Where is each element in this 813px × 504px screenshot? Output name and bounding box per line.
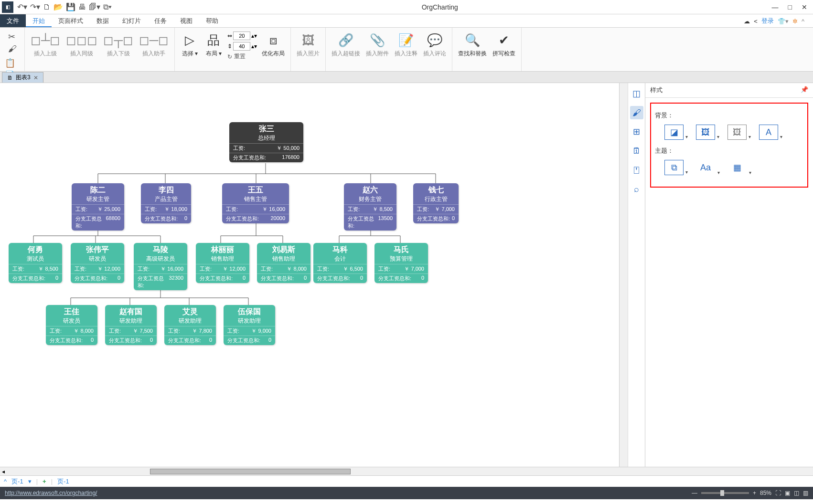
close-tab-icon[interactable]: ✕ [33, 74, 38, 81]
person-card-icon[interactable]: ◫ [630, 87, 643, 100]
document-tab[interactable]: 🗎 图表3 ✕ [2, 72, 43, 83]
minimize-button[interactable]: — [772, 3, 779, 11]
hspacing-input[interactable] [233, 32, 250, 40]
shirt-icon[interactable]: 👕▾ [778, 18, 789, 25]
share-icon[interactable]: < [754, 18, 758, 25]
insert-photo-button[interactable]: 🖼插入照片 [294, 30, 322, 59]
vspacing-input[interactable] [233, 42, 250, 51]
page-navigation-bar: ^ 页-1 ▾ | + | 页-1 [0, 475, 813, 487]
insert-sibling-button[interactable]: ◻◻◻插入同级 [63, 30, 100, 59]
multi-page-icon[interactable]: ▥ [803, 490, 808, 496]
cut-icon[interactable]: ✂ [8, 32, 17, 42]
theme-font-icon[interactable]: Aa [696, 160, 715, 175]
page-left-label[interactable]: 页-1 [11, 477, 23, 486]
tree-icon[interactable]: ⍞ [630, 163, 643, 177]
org-node[interactable]: 马科会计 工资:￥ 6,500 分支工资总和:0 [313, 243, 367, 283]
insert-assistant-button[interactable]: ◻─◻插入助手 [136, 30, 171, 59]
reset-button[interactable]: ↻ 重置 [227, 52, 257, 61]
open-icon[interactable]: 📂 [53, 2, 63, 11]
org-node[interactable]: 李四产品主管 工资:￥ 18,000 分支工资总和:0 [141, 183, 191, 223]
spell-check-button[interactable]: ✔拼写检查 [490, 30, 518, 59]
hspacing-icon: ⇔ [227, 32, 232, 39]
app-color-icon[interactable]: ✲ [792, 18, 798, 25]
find-replace-button[interactable]: 🔍查找和替换 [455, 30, 490, 59]
theme-color-icon[interactable]: ▦ [727, 160, 747, 175]
layout-button[interactable]: 品布局 ▾ [202, 30, 225, 63]
page-expand-icon[interactable]: ^ [4, 478, 7, 485]
zoom-slider[interactable] [701, 492, 749, 494]
save-icon[interactable]: 💾 [66, 2, 75, 11]
export-icon[interactable]: 🗐▾ [89, 2, 100, 11]
insert-child-button[interactable]: ◻┬◻插入下级 [100, 30, 136, 59]
org-node[interactable]: 艾灵研发助理 工资:￥ 7,800 分支工资总和:0 [164, 305, 216, 345]
spin-up-icon[interactable]: ▴▾ [251, 32, 257, 39]
bg-image-remove-icon[interactable]: 🖼 [727, 125, 747, 140]
theme-layout-icon[interactable]: ⧉ [664, 160, 684, 175]
pin-icon[interactable]: 📌 [801, 86, 808, 94]
org-node[interactable]: 张伟平研发员 工资:￥ 12,000 分支工资总和:0 [71, 243, 124, 283]
org-node[interactable]: 伍保国研发助理 工资:￥ 9,000 分支工资总和:0 [224, 305, 275, 345]
fit-page-icon[interactable]: ⛶ [775, 490, 781, 496]
window-controls: — □ ✕ [766, 3, 813, 11]
login-link[interactable]: 登录 [761, 17, 774, 25]
tab-page-style[interactable]: 页面样式 [52, 14, 90, 27]
add-page-icon[interactable]: + [43, 478, 46, 485]
bg-fill-icon[interactable]: ◪ [664, 125, 684, 140]
fields-icon[interactable]: ⊞ [630, 125, 643, 138]
spin-up-icon[interactable]: ▴▾ [251, 43, 257, 50]
insert-parent-button[interactable]: ◻┴◻插入上级 [28, 30, 63, 59]
tab-view[interactable]: 视图 [173, 14, 199, 27]
page-dropdown-icon[interactable]: ▾ [28, 478, 32, 485]
org-node[interactable]: 赵有国研发助理 工资:￥ 7,500 分支工资总和:0 [105, 305, 157, 345]
clipboard-icon[interactable]: 📋 [5, 58, 20, 68]
org-node[interactable]: 王五销售主管 工资:￥ 16,000 分支工资总和:20000 [222, 183, 289, 223]
zoom-out-button[interactable]: — [692, 490, 697, 496]
collapse-ribbon-icon[interactable]: ^ [802, 18, 804, 25]
tab-data[interactable]: 数据 [90, 14, 116, 27]
bg-watermark-icon[interactable]: A [759, 125, 778, 140]
org-node[interactable]: 马陵高级研发员 工资:￥ 16,000 分支工资总和:32300 [134, 243, 187, 290]
calendar-icon[interactable]: 🗓 [630, 144, 643, 158]
close-button[interactable]: ✕ [802, 3, 807, 11]
print-icon[interactable]: 🖶 [78, 3, 86, 11]
copy-icon[interactable]: 🖌 [8, 44, 17, 54]
tab-start[interactable]: 开始 [26, 14, 52, 27]
maximize-button[interactable]: □ [788, 3, 792, 11]
select-button[interactable]: ▷选择 ▾ [178, 30, 202, 63]
new-icon[interactable]: 🗋 [43, 3, 51, 11]
org-node[interactable]: 王佳研发员 工资:￥ 8,000 分支工资总和:0 [46, 305, 97, 345]
org-node[interactable]: 赵六财务主管 工资:￥ 8,500 分支工资总和:13500 [344, 183, 396, 231]
org-node[interactable]: 何勇测试员 工资:￥ 8,500 分支工资总和:0 [9, 243, 62, 283]
org-node[interactable]: 林丽丽销售助理 工资:￥ 12,000 分支工资总和:0 [196, 243, 249, 283]
bg-image-add-icon[interactable]: 🖼 [696, 125, 715, 140]
doc-icon: 🗎 [7, 74, 13, 81]
org-node[interactable]: 陈二研发主管 工资:￥ 25,000 分支工资总和:68800 [72, 183, 124, 231]
status-url[interactable]: http://www.edrawsoft.cn/orgcharting/ [5, 490, 97, 496]
redo-icon[interactable]: ↷▾ [30, 2, 40, 11]
insert-link-button[interactable]: 🔗插入超链接 [329, 30, 363, 59]
org-node[interactable]: 张三总经理 工资:￥ 50,000 分支工资总和:176800 [229, 122, 303, 162]
canvas[interactable]: 张三总经理 工资:￥ 50,000 分支工资总和:176800陈二研发主管 工资… [0, 83, 619, 467]
undo-icon[interactable]: ↶▾ [17, 2, 27, 11]
tab-file[interactable]: 文件 [0, 14, 26, 27]
org-node[interactable]: 钱七行政主管 工资:￥ 7,000 分支工资总和:0 [413, 183, 459, 223]
tab-slides[interactable]: 幻灯片 [116, 14, 148, 27]
vertical-scrollbar[interactable] [619, 83, 628, 467]
insert-comment-button[interactable]: 💬插入评论 [420, 30, 449, 59]
cloud-icon[interactable]: ☁ [744, 18, 750, 25]
optimize-layout-button[interactable]: ⧈优化布局 [259, 30, 288, 63]
page-right-label[interactable]: 页-1 [57, 477, 69, 486]
tab-task[interactable]: 任务 [148, 14, 173, 27]
org-node[interactable]: 马氏预算管理 工资:￥ 7,000 分支工资总和:0 [374, 243, 428, 283]
options-icon[interactable]: ⧉▾ [103, 3, 112, 11]
insert-note-button[interactable]: 📝插入注释 [392, 30, 420, 59]
tab-help[interactable]: 帮助 [199, 14, 225, 27]
style-brush-icon[interactable]: 🖌 [630, 106, 643, 119]
org-node[interactable]: 刘易斯销售助理 工资:￥ 8,000 分支工资总和:0 [257, 243, 310, 283]
fit-width-icon[interactable]: ▣ [785, 490, 790, 496]
zoom-in-button[interactable]: + [753, 490, 756, 496]
insert-attach-button[interactable]: 📎插入附件 [363, 30, 392, 59]
search-panel-icon[interactable]: ⌕ [630, 182, 643, 196]
single-page-icon[interactable]: ◫ [794, 490, 799, 496]
horizontal-scrollbar[interactable]: ◂ [0, 467, 813, 475]
